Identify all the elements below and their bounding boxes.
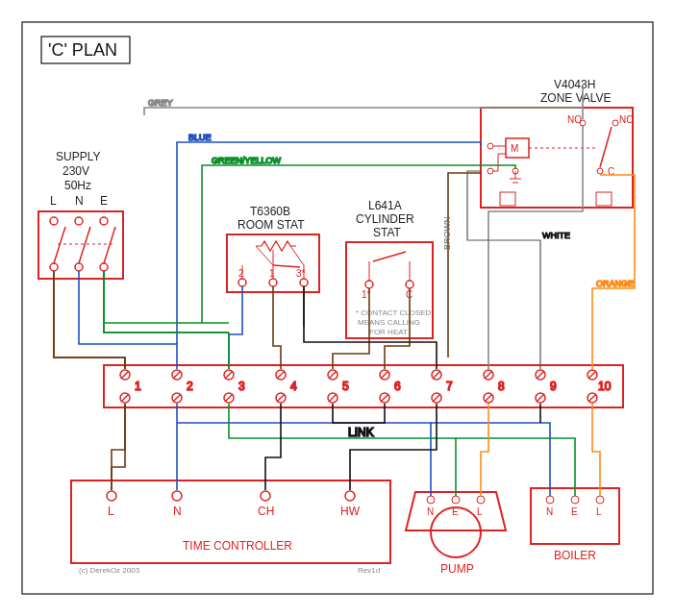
svg-line-92 bbox=[485, 371, 492, 379]
svg-text:MEANS CALLING: MEANS CALLING bbox=[358, 318, 420, 327]
svg-text:7: 7 bbox=[446, 380, 453, 393]
svg-point-117 bbox=[452, 496, 460, 504]
supply-top-L bbox=[50, 217, 58, 225]
svg-text:6: 6 bbox=[394, 380, 401, 393]
svg-line-17 bbox=[273, 265, 300, 267]
svg-text:9: 9 bbox=[550, 380, 557, 393]
svg-point-124 bbox=[546, 496, 554, 504]
supply-pin-N: N bbox=[75, 194, 84, 208]
svg-text:3: 3 bbox=[238, 380, 245, 393]
svg-line-82 bbox=[381, 371, 388, 379]
svg-point-22 bbox=[365, 281, 373, 288]
room-stat: 2 1 3* bbox=[227, 234, 319, 292]
svg-point-11 bbox=[300, 279, 308, 286]
boiler: N E L BOILER bbox=[531, 488, 619, 562]
supply-top-N bbox=[75, 217, 83, 225]
svg-line-15 bbox=[256, 246, 273, 265]
svg-rect-55 bbox=[104, 365, 623, 407]
svg-line-72 bbox=[277, 371, 285, 379]
svg-text:1: 1 bbox=[135, 380, 141, 393]
svg-text:BLUE: BLUE bbox=[188, 133, 212, 142]
svg-point-125 bbox=[571, 496, 579, 504]
svg-point-108 bbox=[172, 491, 182, 501]
svg-point-110 bbox=[345, 491, 355, 501]
supply-pin-E: E bbox=[100, 194, 108, 208]
svg-text:GREEN/YELLOW: GREEN/YELLOW bbox=[212, 156, 282, 165]
svg-line-6 bbox=[104, 227, 115, 263]
svg-point-47 bbox=[597, 168, 603, 174]
svg-point-118 bbox=[477, 496, 485, 504]
supply-voltage: 230V bbox=[62, 164, 89, 178]
svg-line-79 bbox=[329, 394, 337, 402]
zv-t2: ZONE VALVE bbox=[540, 91, 612, 105]
svg-text:N: N bbox=[546, 506, 553, 517]
svg-text:E: E bbox=[452, 506, 459, 517]
svg-text:NC: NC bbox=[619, 114, 633, 125]
svg-line-94 bbox=[485, 394, 492, 402]
svg-line-16 bbox=[290, 246, 304, 265]
link-wire: LINK bbox=[333, 404, 385, 439]
svg-point-46 bbox=[612, 120, 618, 126]
svg-text:1: 1 bbox=[269, 268, 275, 279]
zv-t1: V4043H bbox=[554, 78, 595, 91]
svg-text:L: L bbox=[477, 506, 483, 517]
svg-line-59 bbox=[121, 394, 129, 402]
svg-text:LINK: LINK bbox=[348, 426, 374, 439]
svg-line-62 bbox=[173, 371, 181, 379]
svg-point-109 bbox=[261, 491, 270, 501]
tc-title: TIME CONTROLLER bbox=[183, 539, 292, 553]
svg-text:3*: 3* bbox=[296, 268, 306, 279]
svg-text:* CONTACT CLOSED: * CONTACT CLOSED bbox=[356, 308, 432, 317]
svg-text:BROWN: BROWN bbox=[442, 217, 452, 251]
svg-text:8: 8 bbox=[498, 380, 505, 393]
svg-text:L: L bbox=[596, 506, 602, 517]
svg-line-26 bbox=[373, 252, 406, 261]
svg-point-10 bbox=[269, 279, 277, 286]
supply-freq: 50Hz bbox=[64, 179, 91, 192]
svg-line-77 bbox=[329, 371, 337, 379]
cylstat-t1: L641A bbox=[368, 199, 402, 212]
svg-text:E: E bbox=[571, 506, 578, 517]
svg-text:GREY: GREY bbox=[148, 98, 173, 108]
supply-top-E bbox=[100, 217, 108, 225]
svg-line-67 bbox=[225, 371, 233, 379]
svg-text:4: 4 bbox=[290, 380, 297, 393]
svg-line-84 bbox=[381, 394, 388, 402]
wire-blue: BLUE bbox=[79, 133, 550, 496]
svg-line-104 bbox=[588, 394, 596, 402]
supply-switch bbox=[38, 211, 123, 279]
svg-line-99 bbox=[537, 394, 544, 402]
svg-text:N: N bbox=[173, 505, 182, 518]
svg-text:WHITE: WHITE bbox=[542, 231, 570, 240]
svg-line-102 bbox=[588, 371, 596, 379]
wires: BLUE GREEN/YELLOW GREY bbox=[54, 85, 635, 496]
svg-line-97 bbox=[537, 371, 544, 379]
cylstat-t2: CYLINDER bbox=[356, 212, 414, 226]
svg-rect-53 bbox=[500, 192, 515, 206]
svg-text:ORANGE: ORANGE bbox=[596, 279, 634, 288]
wire-orange: ORANGE bbox=[481, 175, 635, 496]
svg-text:2: 2 bbox=[187, 380, 193, 393]
svg-line-89 bbox=[433, 394, 440, 402]
roomstat-title2: ROOM STAT bbox=[238, 218, 305, 232]
svg-point-35 bbox=[488, 143, 493, 149]
svg-point-23 bbox=[406, 281, 413, 288]
svg-line-57 bbox=[121, 371, 129, 379]
svg-line-4 bbox=[54, 227, 65, 263]
copyright: (c) DerekOz 2003 bbox=[79, 566, 140, 575]
supply-label: SUPPLY bbox=[56, 150, 100, 163]
cylstat-t3: STAT bbox=[373, 226, 402, 239]
svg-line-64 bbox=[173, 394, 181, 402]
supply-pin-L: L bbox=[50, 194, 57, 208]
svg-text:5: 5 bbox=[342, 380, 349, 393]
svg-text:L: L bbox=[108, 505, 114, 518]
time-controller: L N CH HW TIME CONTROLLER bbox=[71, 480, 390, 563]
svg-point-9 bbox=[238, 279, 246, 286]
svg-text:BOILER: BOILER bbox=[554, 549, 596, 562]
svg-text:CH: CH bbox=[258, 505, 274, 518]
svg-line-51 bbox=[600, 127, 612, 167]
svg-point-2 bbox=[75, 263, 83, 271]
svg-point-3 bbox=[100, 263, 108, 271]
svg-line-5 bbox=[79, 227, 90, 263]
svg-text:PUMP: PUMP bbox=[440, 562, 474, 576]
